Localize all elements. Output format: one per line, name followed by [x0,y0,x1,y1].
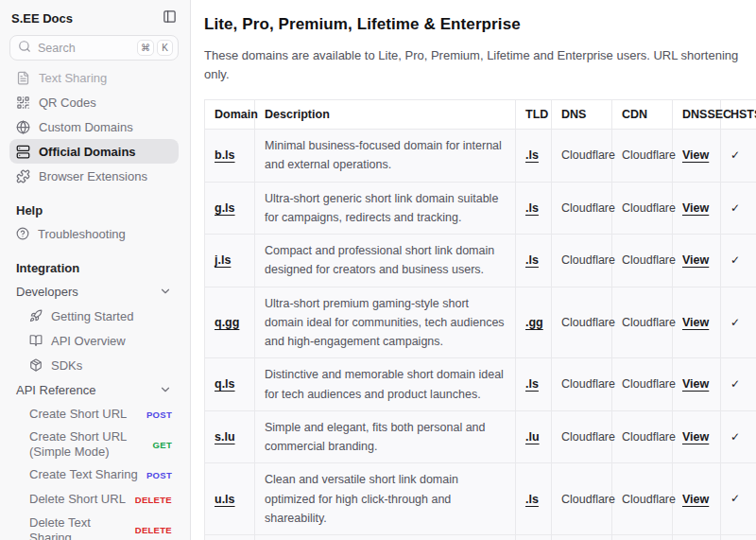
sidebar-item-label: SDKs [51,358,82,373]
domain-cell: g.ls [205,182,255,235]
dns-cell: Cloudflare [552,358,612,411]
domain-cell: s.lu [205,410,255,463]
cdn-cell: Cloudflare [612,358,673,411]
dnssec-view-cell: View [673,410,721,463]
tld-link[interactable]: .ls [525,201,539,215]
dnssec-view-link[interactable]: View [682,253,709,267]
checkmark-icon: ✓ [730,148,740,162]
file-text-icon [16,71,30,85]
cdn-cell: Cloudflare [612,410,673,463]
chevron-down-icon [159,285,172,298]
sidebar-folder-api-reference[interactable]: API Reference [9,377,179,402]
dnssec-view-link[interactable]: View [682,201,709,215]
tld-link[interactable]: .lu [525,430,540,444]
package-icon [29,358,43,372]
cdn-value: Cloudflare [622,316,676,329]
sidebar-folder-developers[interactable]: Developers [9,279,179,304]
globe-icon [16,120,30,134]
domain-link[interactable]: q.ls [215,377,235,391]
search-placeholder: Search [38,42,76,55]
page-subtitle: These domains are available to Lite, Pro… [204,46,756,83]
cmd-key: ⌘ [137,40,154,56]
sidebar-item-delete-text-sharing[interactable]: Delete Text SharingDELETE [9,513,179,540]
tld-link[interactable]: .ls [525,377,539,391]
tld-link[interactable]: .ls [525,493,539,506]
dnssec-view-link[interactable]: View [682,493,709,506]
cdn-cell: Cloudflare [612,287,673,358]
cdn-cell: Cloudflare [612,535,673,540]
sidebar-item-qr-codes[interactable]: QR Codes [9,90,179,114]
dnssec-view-link[interactable]: View [682,430,709,444]
page-title: Lite, Pro, Premium, Lifetime & Enterpris… [204,15,756,34]
domain-link[interactable]: g.ls [215,201,235,215]
chevron-down-icon [159,383,172,396]
dns-cell: Cloudflare [552,463,612,535]
api-endpoint-label: Create Short URL [29,407,127,422]
method-badge: GET [153,440,172,450]
checkmark-icon: ✓ [730,430,740,444]
sidebar-item-sdks[interactable]: SDKs [9,353,179,377]
sidebar-item-api-overview[interactable]: API Overview [9,328,179,353]
table-row: q.lsDistinctive and memorable short doma… [205,358,756,411]
method-badge: DELETE [135,525,172,535]
sidebar-item-getting-started[interactable]: Getting Started [9,304,179,328]
sidebar-item-browser-extensions[interactable]: Browser Extensions [9,164,179,188]
description-value: Simple and elegant, fits both personal a… [265,421,486,453]
sidebar-item-create-text-sharing[interactable]: Create Text SharingPOST [9,463,179,488]
sidebar-nav: Text SharingQR CodesCustom DomainsOffici… [9,65,179,188]
dns-value: Cloudflare [561,430,615,444]
dnssec-view-link[interactable]: View [682,377,709,391]
domain-link[interactable]: b.ls [215,148,235,162]
description-cell: Compact and professional short link doma… [255,235,516,287]
dnssec-view-link[interactable]: View [682,148,709,162]
tld-link[interactable]: .ls [525,253,539,267]
cdn-value: Cloudflare [622,430,676,444]
cdn-value: Cloudflare [622,148,676,162]
sidebar-item-label: Official Domains [39,145,136,159]
checkmark-icon: ✓ [730,201,740,215]
sidebar-item-delete-short-url[interactable]: Delete Short URLDELETE [9,488,179,513]
description-value: Ultra-short premium gaming-style short d… [265,297,505,349]
folder-label: Developers [16,285,78,299]
checkmark-icon: ✓ [730,377,740,391]
puzzle-icon [16,169,30,183]
hsts-cell: ✓ [721,182,756,235]
description-value: Compact and professional short link doma… [265,244,494,276]
sidebar-item-label: Troubleshooting [38,227,126,241]
sidebar-item-troubleshooting[interactable]: Troubleshooting [9,221,179,246]
dns-value: Cloudflare [561,493,615,506]
hsts-cell: ✓ [721,130,756,183]
hsts-cell: ✓ [721,463,756,535]
sidebar-item-create-short-url-simple-mode-[interactable]: Create Short URL (Simple Mode)GET [9,427,179,463]
domain-link[interactable]: s.lu [215,430,235,444]
description-cell: Minimal business-focused domain for inte… [255,130,516,183]
sidebar-item-label: Custom Domains [39,120,133,134]
table-row: j.lsCompact and professional short link … [205,235,756,287]
dnssec-view-cell: View [673,287,721,358]
method-badge: POST [146,470,172,480]
domain-cell: q.ls [205,358,255,411]
dnssec-view-cell: View [673,535,721,540]
domain-link[interactable]: u.ls [215,493,235,506]
domain-link[interactable]: j.ls [215,253,231,267]
dnssec-view-cell: View [673,463,721,535]
dns-value: Cloudflare [561,201,615,215]
search-shortcut: ⌘ K [137,40,173,56]
sidebar-item-custom-domains[interactable]: Custom Domains [9,114,179,139]
sidebar-item-create-short-url[interactable]: Create Short URLPOST [9,402,179,427]
domains-table: DomainDescriptionTLDDNSCDNDNSSECHSTS b.l… [204,99,756,540]
tld-link[interactable]: .gg [525,316,543,329]
sidebar-item-label: QR Codes [39,96,96,110]
sidebar-item-official-domains[interactable]: Official Domains [9,139,179,164]
column-header-domain: Domain [205,100,255,130]
sidebar-toggle-button[interactable] [163,9,177,27]
column-header-cdn: CDN [612,100,673,130]
search-input[interactable]: Search ⌘ K [9,35,179,61]
dnssec-view-link[interactable]: View [682,316,709,329]
sidebar-item-text-sharing[interactable]: Text Sharing [9,65,179,90]
domain-link[interactable]: q.gg [215,316,239,329]
dnssec-view-cell: View [673,130,721,183]
tld-link[interactable]: .ls [525,148,539,162]
table-row: u.lsClean and versatile short link domai… [205,463,756,535]
dnssec-view-cell: View [673,182,721,235]
